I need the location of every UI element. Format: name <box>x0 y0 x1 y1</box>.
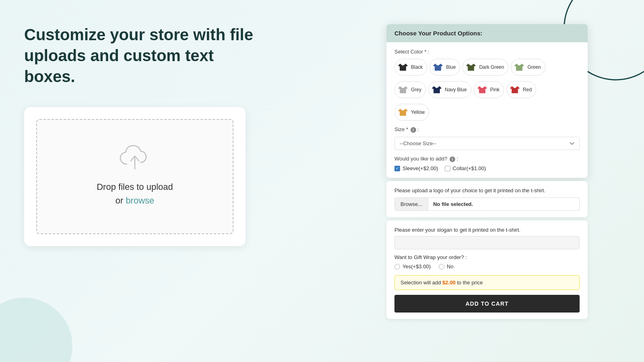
addon-label: Would you like to add? i : <box>394 156 580 162</box>
radio-yes[interactable] <box>394 264 400 269</box>
red-label: Red <box>523 87 532 93</box>
panel-header: Choose Your Product Options: <box>386 24 588 42</box>
file-upload-section: Please upload a logo of your choice to g… <box>386 181 588 217</box>
upload-box: Drop files to upload or browse <box>24 107 246 246</box>
color-yellow[interactable]: Yellow <box>394 104 429 121</box>
color-label: Select Color * : <box>394 49 580 55</box>
drop-files-text: Drop files to upload <box>53 182 217 192</box>
black-swatch <box>396 61 409 74</box>
file-input-row: Browse... No file selected. <box>394 197 580 211</box>
green-swatch <box>513 61 526 74</box>
grey-label: Grey <box>411 87 421 93</box>
sleeve-option[interactable]: ✓ Sleeve(+$2.00) <box>394 165 438 171</box>
grey-swatch <box>396 83 409 96</box>
navy-blue-swatch <box>430 83 443 96</box>
color-blue[interactable]: Blue <box>429 59 460 76</box>
color-options: Black Blue <box>394 59 580 76</box>
radio-no[interactable] <box>439 264 444 269</box>
file-name-display: No file selected. <box>428 198 478 210</box>
color-options-row2: Grey Navy Blue <box>394 81 580 98</box>
dark-green-label: Dark Green <box>479 64 504 70</box>
product-panel: Choose Your Product Options: Select Colo… <box>386 24 588 178</box>
gift-wrap-no[interactable]: No <box>439 263 454 269</box>
addon-section: Would you like to add? i : ✓ Sleeve(+$2.… <box>394 156 580 171</box>
size-label: Size * i : <box>394 126 580 133</box>
size-info-icon[interactable]: i <box>411 127 416 133</box>
color-options-row3: Yellow <box>394 104 580 121</box>
browse-link[interactable]: browse <box>126 195 154 206</box>
addon-info-icon[interactable]: i <box>450 156 455 162</box>
color-grey[interactable]: Grey <box>394 81 426 98</box>
color-green[interactable]: Green <box>511 59 545 76</box>
add-to-cart-button[interactable]: ADD TO CART <box>394 295 580 313</box>
or-browse-text: or browse <box>53 195 217 206</box>
slogan-section: Please enter your slogan to get it print… <box>386 220 588 319</box>
collar-option[interactable]: Collar(+$1.00) <box>445 165 486 171</box>
right-section: Choose Your Product Options: Select Colo… <box>386 24 588 319</box>
slogan-input[interactable] <box>394 236 580 249</box>
addon-options: ✓ Sleeve(+$2.00) Collar(+$1.00) <box>394 165 580 171</box>
sleeve-checkbox[interactable]: ✓ <box>394 166 400 171</box>
cloud-upload-icon <box>53 144 217 174</box>
blue-label: Blue <box>446 64 456 70</box>
color-red[interactable]: Red <box>506 81 536 98</box>
price-notice: Selection will add $2.00 to the price <box>394 275 580 290</box>
dark-green-swatch <box>464 61 477 74</box>
collar-checkbox[interactable] <box>445 166 450 171</box>
pink-label: Pink <box>490 87 500 93</box>
slogan-label: Please enter your slogan to get it print… <box>394 227 580 233</box>
green-label: Green <box>527 64 541 70</box>
headline: Customize your store with file uploads a… <box>24 24 266 87</box>
panel-body: Select Color * : Black <box>386 42 588 178</box>
pink-swatch <box>476 83 489 96</box>
upload-drop-area[interactable]: Drop files to upload or browse <box>36 119 233 234</box>
price-amount: $2.00 <box>442 280 456 286</box>
browse-button[interactable]: Browse... <box>395 198 428 210</box>
color-black[interactable]: Black <box>394 59 427 76</box>
blue-swatch <box>431 61 444 74</box>
color-navy-blue[interactable]: Navy Blue <box>428 81 471 98</box>
size-select[interactable]: --Choose Size-- XS S M L XL XXL <box>394 137 580 150</box>
black-label: Black <box>411 64 423 70</box>
size-section: Size * i : --Choose Size-- XS S M L XL X… <box>394 126 580 150</box>
color-dark-green[interactable]: Dark Green <box>462 59 508 76</box>
color-pink[interactable]: Pink <box>474 81 504 98</box>
gift-wrap-label: Want to Gift Wrap your order? : <box>394 254 580 260</box>
navy-blue-label: Navy Blue <box>445 87 467 93</box>
red-swatch <box>508 83 521 96</box>
yellow-label: Yellow <box>411 109 425 115</box>
yellow-swatch <box>396 106 409 119</box>
file-upload-label: Please upload a logo of your choice to g… <box>394 187 580 193</box>
left-section: Customize your store with file uploads a… <box>24 24 266 246</box>
gift-wrap-options: Yes(+$3.00) No <box>394 263 580 269</box>
gift-wrap-yes[interactable]: Yes(+$3.00) <box>394 263 431 269</box>
decorative-circle-bottom-left <box>0 298 72 362</box>
